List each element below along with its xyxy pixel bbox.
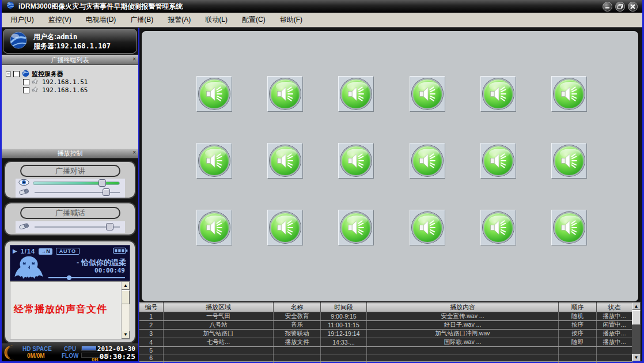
schedule-cell: 按序 xyxy=(559,330,597,338)
shout-mic-slider[interactable] xyxy=(35,223,122,231)
menu-item-6[interactable]: 联动(L) xyxy=(205,15,228,25)
speaker-button[interactable] xyxy=(196,210,232,245)
broadcast-shout-group: 广播喊话 xyxy=(4,202,136,236)
table-header-cell[interactable]: 播放内容 xyxy=(367,303,559,312)
schedule-row[interactable]: 4七号站...播放文件14:33-...国际歌.wav ...随即播放中... xyxy=(139,338,632,347)
broadcast-talk-button[interactable]: 广播对讲 xyxy=(20,165,120,177)
menu-item-3[interactable]: 电视墙(D) xyxy=(86,15,116,25)
schedule-cell: 播放中... xyxy=(597,312,632,321)
terminal-row[interactable]: 192.168.1.65 xyxy=(2,86,138,94)
schedule-cell: 1 xyxy=(139,312,164,321)
table-header-cell[interactable]: 名称 xyxy=(274,303,321,312)
speaker-button[interactable] xyxy=(338,143,374,179)
terminal-panel-close-icon[interactable]: × xyxy=(132,56,136,62)
track-index: 1/14 xyxy=(21,248,35,255)
schedule-cell xyxy=(597,347,632,354)
menu-item-5[interactable]: 报警(A) xyxy=(168,15,191,25)
table-header-cell[interactable]: 时间段 xyxy=(321,303,367,312)
speaker-button[interactable] xyxy=(410,210,445,245)
auto-mode-badge: AUTO xyxy=(56,248,79,255)
schedule-cell: 6 xyxy=(139,354,164,362)
table-scroll-down-icon[interactable]: ▼ xyxy=(632,354,641,361)
root-checkbox[interactable] xyxy=(13,71,20,77)
schedule-cell: 闲置中... xyxy=(597,321,632,330)
status-time: 08:30:25 xyxy=(99,352,135,361)
speaker-button[interactable] xyxy=(410,143,445,179)
speaker-button[interactable] xyxy=(196,76,232,112)
scroll-thumb[interactable] xyxy=(122,290,130,304)
speaker-button[interactable] xyxy=(480,143,516,179)
progress-dot[interactable] xyxy=(67,275,71,280)
talk-mic-thumb[interactable] xyxy=(103,188,110,196)
broadcast-shout-button[interactable]: 广播喊话 xyxy=(20,207,120,219)
talk-mic-slider[interactable] xyxy=(35,188,122,196)
schedule-cell: 19:12-19:14 xyxy=(321,330,367,338)
table-scroll-thumb[interactable] xyxy=(632,310,641,325)
username-value: admin xyxy=(56,33,77,41)
scroll-down-icon[interactable]: ▼ xyxy=(122,331,130,339)
file-list-scrollbar[interactable]: ▲ ▼ xyxy=(121,282,130,339)
playback-header: 播放控制 × xyxy=(2,148,138,158)
minimize-button[interactable] xyxy=(603,2,612,12)
schedule-row[interactable]: 5 xyxy=(139,347,632,354)
terminal-checkbox[interactable] xyxy=(23,87,29,93)
schedule-row[interactable]: 1一号气田安全教育9:00-9:15安全宣传.wav ...随机播放中... xyxy=(139,312,632,321)
speaker-icon xyxy=(483,145,514,176)
terminal-checkbox[interactable] xyxy=(23,79,29,85)
speaker-button[interactable] xyxy=(551,210,587,245)
tree-root-row[interactable]: − 监控服务器 xyxy=(2,70,138,78)
speaker-icon xyxy=(554,145,585,176)
speaker-button[interactable] xyxy=(267,210,303,245)
tree-expand-icon[interactable]: − xyxy=(6,71,11,77)
server-label: 服务器: xyxy=(33,42,56,50)
table-header-row: 编号播放区域名称时间段播放内容顺序状态 xyxy=(139,303,632,312)
speaker-button[interactable] xyxy=(267,76,303,112)
menu-item-7[interactable]: 配置(C) xyxy=(242,15,266,25)
menu-item-2[interactable]: 监控(V) xyxy=(48,15,71,25)
talk-volume-thumb[interactable] xyxy=(99,179,106,187)
speaker-icon xyxy=(412,212,443,243)
song-progress-bar[interactable] xyxy=(48,277,125,278)
speaker-button[interactable] xyxy=(480,76,516,112)
table-scroll-up-icon[interactable]: ▲ xyxy=(632,302,641,310)
speaker-icon xyxy=(340,78,372,109)
restore-button[interactable] xyxy=(615,2,625,12)
schedule-row[interactable]: 6 xyxy=(139,354,632,362)
scroll-up-icon[interactable]: ▲ xyxy=(122,282,130,290)
talk-volume-slider[interactable] xyxy=(33,179,122,187)
speaker-button[interactable] xyxy=(267,143,303,179)
speaker-button[interactable] xyxy=(551,143,587,179)
playback-panel-close-icon[interactable]: × xyxy=(132,150,136,156)
table-scrollbar[interactable]: ▲ ▼ xyxy=(632,302,641,361)
table-header-cell[interactable]: 状态 xyxy=(597,303,632,312)
shout-mic-thumb[interactable] xyxy=(106,223,113,230)
terminal-row[interactable]: 192.168.1.51 xyxy=(2,78,138,86)
speaker-button[interactable] xyxy=(338,76,374,112)
schedule-table-area: 编号播放区域名称时间段播放内容顺序状态 1一号气田安全教育9:00-9:15安全… xyxy=(139,302,641,361)
sound-file-list[interactable]: 经常播放的声音文件 ▲ ▼ xyxy=(10,281,130,339)
menu-item-4[interactable]: 广播(B) xyxy=(130,15,153,25)
player-screen: ▶ 1/14 →N AUTO - 恰似你的温柔 00:00:49 xyxy=(10,245,130,281)
speaker-button[interactable] xyxy=(410,76,445,112)
schedule-row[interactable]: 2八号站音乐11:00-11:15好日子.wav ...按序闲置中... xyxy=(139,321,632,330)
menu-item-1[interactable]: 用户(U) xyxy=(10,15,34,25)
speaker-icon xyxy=(412,78,443,109)
media-panel: ▶ 1/14 →N AUTO - 恰似你的温柔 00:00:49 经常播放的声音… xyxy=(4,240,136,343)
speaker-icon xyxy=(340,145,372,176)
speaker-button[interactable] xyxy=(551,76,587,112)
table-header-cell[interactable]: 顺序 xyxy=(559,303,597,312)
battery-icon xyxy=(113,246,128,256)
schedule-cell: 七号站... xyxy=(164,338,274,347)
schedule-row[interactable]: 3加气站路口报警联动19:12-19:14加气站路口冲闸.wav按序播放中... xyxy=(139,330,632,338)
schedule-cell xyxy=(597,354,632,362)
talk-slider-panel xyxy=(16,179,125,198)
table-header-cell[interactable]: 播放区域 xyxy=(164,303,274,312)
schedule-cell xyxy=(367,347,559,354)
speaker-button[interactable] xyxy=(480,210,516,245)
speaker-button[interactable] xyxy=(196,143,232,179)
table-header-cell[interactable]: 编号 xyxy=(139,303,164,312)
terminal-list-title: 广播终端列表 xyxy=(51,56,89,65)
close-button[interactable] xyxy=(628,2,638,12)
menu-item-8[interactable]: 帮助(F) xyxy=(280,15,302,25)
speaker-button[interactable] xyxy=(338,210,374,245)
